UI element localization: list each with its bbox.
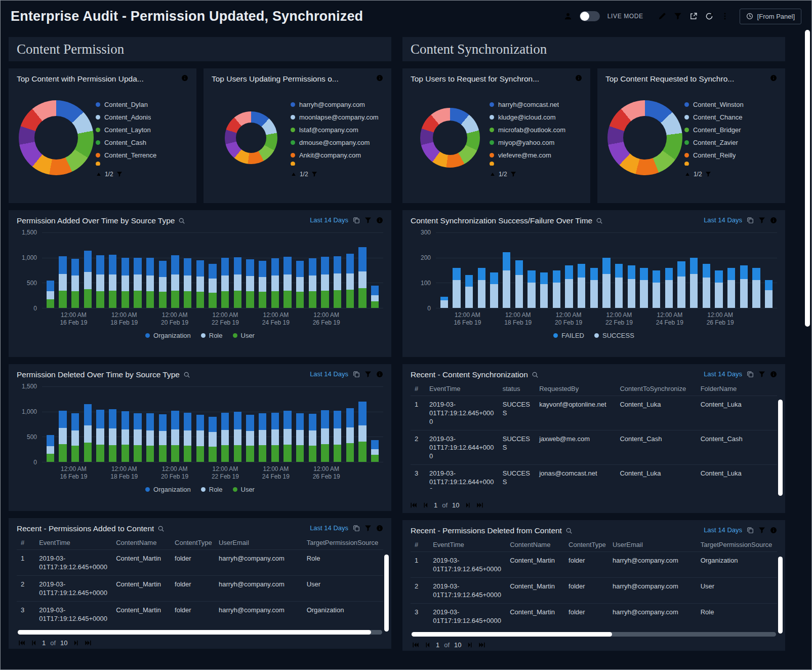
bar[interactable] <box>281 232 294 308</box>
legend-page-up-icon[interactable] <box>684 171 691 177</box>
column-header[interactable]: # <box>411 381 425 396</box>
legend-item[interactable]: Content_Adonis <box>96 111 188 124</box>
column-header[interactable]: ContentName <box>112 535 171 550</box>
info-icon[interactable] <box>376 525 383 532</box>
column-header[interactable]: UserEmail <box>608 537 697 552</box>
bar[interactable] <box>600 232 613 308</box>
donut-chart[interactable] <box>225 111 277 164</box>
scrollbar-thumb[interactable] <box>18 630 371 635</box>
legend-item[interactable]: vlefevre@me.com <box>490 149 582 162</box>
filter-icon[interactable] <box>364 371 372 378</box>
legend-item[interactable]: Ankit@company.com <box>291 149 383 162</box>
magnifier-icon[interactable] <box>157 525 165 532</box>
donut-chart[interactable] <box>607 100 682 175</box>
bar[interactable] <box>294 386 306 462</box>
scrollbar-thumb[interactable] <box>412 632 612 637</box>
table-row[interactable]: 22019-03-01T17:19:12.645+0000Content_Mar… <box>411 578 777 604</box>
info-icon[interactable] <box>770 217 777 224</box>
refresh-icon[interactable] <box>705 12 713 20</box>
filter-icon[interactable] <box>758 527 765 534</box>
bar[interactable] <box>231 386 244 462</box>
bar[interactable] <box>500 232 513 308</box>
time-range-link[interactable]: Last 14 Days <box>310 524 348 532</box>
bar[interactable] <box>194 232 207 308</box>
time-range-link[interactable]: Last 14 Days <box>704 370 742 378</box>
magnifier-icon[interactable] <box>178 217 185 224</box>
bar[interactable] <box>331 386 344 462</box>
column-header[interactable]: ContentType <box>171 535 215 550</box>
bar[interactable] <box>207 386 219 462</box>
filter-icon[interactable] <box>758 371 765 378</box>
last-page-icon[interactable] <box>478 641 486 649</box>
column-header[interactable]: # <box>17 535 35 550</box>
magnifier-icon[interactable] <box>565 527 573 534</box>
bar[interactable] <box>588 232 600 308</box>
first-page-icon[interactable] <box>410 501 417 509</box>
legend-item[interactable]: harryh@comcast.net <box>490 98 582 111</box>
first-page-icon[interactable] <box>412 641 419 649</box>
legend-item[interactable]: FAILED <box>553 332 584 339</box>
table-row[interactable]: 32019-03-01T17:19:12.644+0000SUCCESSjona… <box>411 465 777 489</box>
bar[interactable] <box>244 386 257 462</box>
legend-item[interactable]: miyop@yahoo.com <box>490 136 582 149</box>
legend-item[interactable]: Organization <box>145 332 191 339</box>
legend-item[interactable]: Role <box>201 332 223 339</box>
column-header[interactable]: UserEmail <box>215 535 303 550</box>
bar[interactable] <box>256 232 269 308</box>
bar[interactable] <box>725 232 738 308</box>
bar[interactable] <box>306 386 319 462</box>
bar[interactable] <box>319 386 332 462</box>
copy-icon[interactable] <box>747 371 754 378</box>
column-header[interactable]: EventTime <box>425 381 499 396</box>
bar[interactable] <box>57 386 69 462</box>
info-icon[interactable] <box>376 74 383 82</box>
legend-item[interactable]: moonlapse@company.com <box>291 111 383 124</box>
legend-item[interactable]: lstaf@company.com <box>291 124 383 136</box>
filter-icon[interactable] <box>364 217 372 224</box>
bar[interactable] <box>244 232 257 308</box>
bar[interactable] <box>281 386 294 462</box>
magnifier-icon[interactable] <box>183 371 190 378</box>
bar[interactable] <box>575 232 588 308</box>
bar[interactable] <box>132 232 144 308</box>
bar[interactable] <box>451 232 463 308</box>
bar[interactable] <box>319 232 332 308</box>
legend-item[interactable]: Content_Cash <box>96 136 188 149</box>
bar[interactable] <box>356 232 369 308</box>
filter-icon[interactable] <box>705 171 711 177</box>
bar[interactable] <box>144 386 156 462</box>
bar[interactable] <box>613 232 625 308</box>
bar[interactable] <box>525 232 538 308</box>
bar[interactable] <box>369 386 381 462</box>
bar[interactable] <box>687 232 700 308</box>
copy-icon[interactable] <box>353 525 360 532</box>
legend-item[interactable] <box>490 162 582 166</box>
legend-item[interactable]: kludge@icloud.com <box>490 111 582 124</box>
bar[interactable] <box>475 232 488 308</box>
bar[interactable] <box>762 232 775 308</box>
bar[interactable] <box>57 232 69 308</box>
copy-icon[interactable] <box>353 371 360 378</box>
bar[interactable] <box>663 232 675 308</box>
info-icon[interactable] <box>770 527 777 534</box>
legend-page-up-icon[interactable] <box>96 171 102 177</box>
legend-item[interactable]: harryh@company.com <box>291 98 383 111</box>
time-range-link[interactable]: Last 14 Days <box>310 216 348 224</box>
bar[interactable] <box>181 386 194 462</box>
bar[interactable] <box>463 232 475 308</box>
table-row[interactable]: 12019-03-01T17:19:12.645+0000Content_Mar… <box>411 552 777 578</box>
bar[interactable] <box>69 386 82 462</box>
bar[interactable] <box>438 232 451 308</box>
table-row[interactable]: 12019-03-01T17:19:12.645+0000Content_Mar… <box>17 550 383 576</box>
column-header[interactable]: # <box>411 537 429 552</box>
column-header[interactable]: FolderName <box>697 381 777 396</box>
column-header[interactable]: TargetPermissionSource <box>697 537 777 552</box>
copy-icon[interactable] <box>353 217 360 224</box>
bar[interactable] <box>144 232 156 308</box>
info-icon[interactable] <box>181 74 188 82</box>
bar[interactable] <box>294 232 306 308</box>
filter-icon[interactable] <box>758 217 765 224</box>
next-page-icon[interactable] <box>72 639 80 647</box>
vertical-scrollbar[interactable] <box>384 555 389 632</box>
info-icon[interactable] <box>376 371 383 378</box>
